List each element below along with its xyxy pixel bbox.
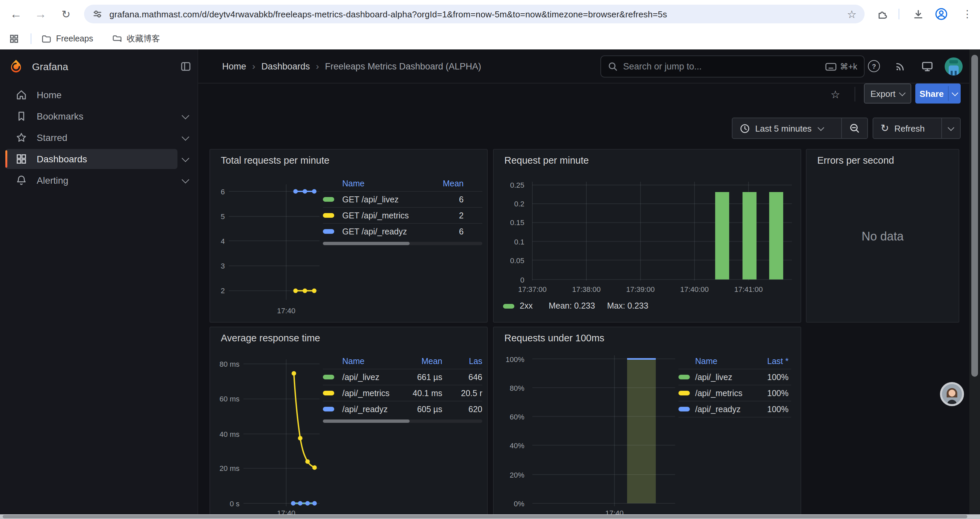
vertical-scrollbar-thumb[interactable] bbox=[971, 55, 978, 377]
kiosk-monitor-icon[interactable] bbox=[919, 58, 935, 74]
legend-row[interactable]: /api/_metrics 40.1 ms 20.5 r bbox=[323, 385, 482, 401]
legend-col-name[interactable]: Name bbox=[342, 357, 401, 366]
sidebar-item-home[interactable]: Home bbox=[5, 85, 177, 105]
sidebar-item-alerting[interactable]: Alerting bbox=[5, 170, 177, 190]
panel-average-response-time[interactable]: Average response time 80 ms 60 ms 40 ms … bbox=[210, 327, 488, 519]
chevron-down-icon bbox=[899, 89, 906, 96]
back-icon[interactable]: ← bbox=[7, 5, 25, 23]
share-button[interactable]: Share bbox=[915, 83, 961, 104]
apps-grid-icon[interactable] bbox=[10, 32, 19, 45]
bookmark-folder-freeleaps[interactable]: Freeleaps bbox=[41, 32, 93, 45]
zoom-out-icon bbox=[849, 123, 860, 134]
favorite-dashboard-star-icon[interactable]: ☆ bbox=[830, 88, 840, 101]
news-rss-icon[interactable] bbox=[892, 58, 908, 74]
keyboard-icon bbox=[825, 62, 837, 70]
refresh-button[interactable]: ↻ Refresh bbox=[873, 122, 941, 134]
breadcrumb-current: Freeleaps Metrics Dashboard (ALPHA) bbox=[325, 61, 481, 71]
zoom-out-button[interactable] bbox=[842, 123, 867, 134]
legend-header: Name Last * bbox=[678, 354, 791, 369]
series-mean: 40.1 ms bbox=[401, 388, 442, 398]
series-name: 2xx bbox=[520, 301, 533, 311]
series-last: 100% bbox=[754, 388, 791, 398]
legend-col-last[interactable]: Last * bbox=[754, 357, 791, 366]
floating-assistant-avatar[interactable] bbox=[940, 382, 964, 406]
url-text[interactable]: grafana.mathmast.com/d/deytv4rwavabkb/fr… bbox=[110, 9, 842, 19]
chevron-down-icon[interactable] bbox=[182, 133, 189, 141]
reload-icon[interactable]: ↻ bbox=[57, 5, 75, 23]
avatar-graphic bbox=[951, 71, 953, 75]
legend-row[interactable]: /api/_readyz 605 µs 620 bbox=[323, 401, 482, 417]
sidebar-collapse-icon[interactable] bbox=[180, 61, 191, 72]
browser-toolbar: ← → ↻ grafana.mathmast.com/d/deytv4rwava… bbox=[0, 0, 980, 28]
legend-col-mean[interactable]: Mean bbox=[401, 357, 442, 366]
search-input[interactable]: Search or jump to... ⌘+k bbox=[600, 56, 865, 77]
search-icon bbox=[608, 61, 618, 72]
sidebar-item-bookmarks[interactable]: Bookmarks bbox=[5, 106, 177, 126]
series-name: /api/_readyz bbox=[695, 404, 754, 414]
download-icon[interactable] bbox=[908, 5, 927, 23]
bookmark-star-icon[interactable]: ☆ bbox=[847, 8, 857, 21]
legend-scrollbar[interactable] bbox=[323, 420, 482, 423]
series-color-pill bbox=[678, 375, 690, 379]
series-mean: 6 bbox=[422, 195, 482, 204]
legend-col-mean[interactable]: Mean bbox=[422, 179, 482, 188]
series-mean: 661 µs bbox=[401, 372, 442, 382]
user-avatar[interactable] bbox=[945, 57, 963, 75]
chevron-down-icon[interactable] bbox=[182, 112, 189, 120]
legend-row[interactable]: GET /api/_metrics 2 bbox=[323, 208, 482, 224]
folder-icon bbox=[112, 34, 122, 43]
dashboards-grid-icon bbox=[15, 153, 27, 165]
profile-icon[interactable] bbox=[932, 5, 951, 23]
time-range-picker[interactable]: Last 5 minutes bbox=[732, 123, 841, 133]
sidebar-item-starred[interactable]: Starred bbox=[5, 128, 177, 148]
legend-col-last[interactable]: Las bbox=[448, 357, 482, 366]
forward-icon[interactable]: → bbox=[31, 5, 50, 23]
refresh-interval-dropdown[interactable] bbox=[942, 126, 960, 131]
legend-col-name[interactable]: Name bbox=[342, 179, 422, 188]
help-icon[interactable]: ? bbox=[866, 58, 882, 74]
bookmarks-bar: Freeleaps 收藏博客 bbox=[0, 28, 980, 50]
legend-row[interactable]: /api/_metrics 100% bbox=[678, 385, 791, 401]
share-button-label[interactable]: Share bbox=[915, 83, 948, 104]
series-mean: 605 µs bbox=[401, 404, 442, 414]
panel-total-requests-per-minute[interactable]: Total requests per minute 6 5 4 3 2 17:4… bbox=[210, 149, 488, 323]
bell-icon bbox=[15, 174, 27, 186]
grafana-logo[interactable] bbox=[9, 59, 23, 73]
panel-errors-per-second[interactable]: Errors per second No data bbox=[806, 149, 959, 323]
legend-row[interactable]: /api/_readyz 100% bbox=[678, 401, 791, 417]
breadcrumb: Home › Dashboards › Freeleaps Metrics Da… bbox=[222, 61, 481, 72]
legend-row[interactable]: GET /api/_livez 6 bbox=[323, 192, 482, 208]
bookmark-folder-blogs[interactable]: 收藏博客 bbox=[112, 32, 160, 45]
breadcrumb-home[interactable]: Home bbox=[222, 61, 246, 71]
export-button[interactable]: Export bbox=[864, 83, 911, 104]
folder-icon bbox=[41, 34, 51, 43]
panel-request-per-minute[interactable]: Request per minute 0.25 0.2 0.15 0.1 0.0… bbox=[493, 149, 801, 323]
legend-row[interactable]: /api/_livez 100% bbox=[678, 369, 791, 385]
time-range-group: Last 5 minutes bbox=[732, 118, 868, 139]
site-info-icon[interactable] bbox=[92, 9, 103, 19]
panel-title[interactable]: Errors per second bbox=[817, 155, 894, 166]
legend-scrollbar[interactable] bbox=[323, 242, 482, 245]
extensions-icon[interactable] bbox=[873, 5, 891, 23]
sidebar-item-dashboards[interactable]: Dashboards bbox=[5, 149, 177, 169]
horizontal-scrollbar-thumb[interactable] bbox=[3, 515, 967, 518]
grafana-page: Grafana Home › Dashboards › Freeleaps Me… bbox=[0, 50, 980, 519]
browser-menu-icon[interactable]: ⋮ bbox=[958, 5, 977, 23]
legend-col-name[interactable]: Name bbox=[695, 357, 754, 366]
chevron-down-icon[interactable] bbox=[182, 155, 189, 162]
legend[interactable]: 2xx Mean: 0.233 Max: 0.233 bbox=[503, 301, 648, 311]
search-placeholder: Search or jump to... bbox=[623, 61, 825, 72]
time-range-label: Last 5 minutes bbox=[755, 123, 811, 133]
grafana-product-name: Grafana bbox=[32, 61, 68, 72]
search-shortcut: ⌘+k bbox=[825, 61, 857, 72]
breadcrumb-dashboards[interactable]: Dashboards bbox=[261, 61, 310, 71]
address-bar[interactable]: grafana.mathmast.com/d/deytv4rwavabkb/fr… bbox=[84, 5, 865, 23]
vertical-scrollbar[interactable] bbox=[969, 50, 980, 519]
panel-requests-under-100ms[interactable]: Requests under 100ms 100% 80% 60% 40% 20… bbox=[493, 327, 801, 519]
horizontal-scrollbar[interactable] bbox=[0, 514, 980, 519]
legend-row[interactable]: /api/_livez 661 µs 646 bbox=[323, 369, 482, 385]
share-menu-chevron[interactable] bbox=[949, 83, 961, 104]
legend-row[interactable]: GET /api/_readyz 6 bbox=[323, 224, 482, 239]
chevron-down-icon[interactable] bbox=[182, 176, 189, 184]
avatar-illustration bbox=[942, 384, 962, 404]
